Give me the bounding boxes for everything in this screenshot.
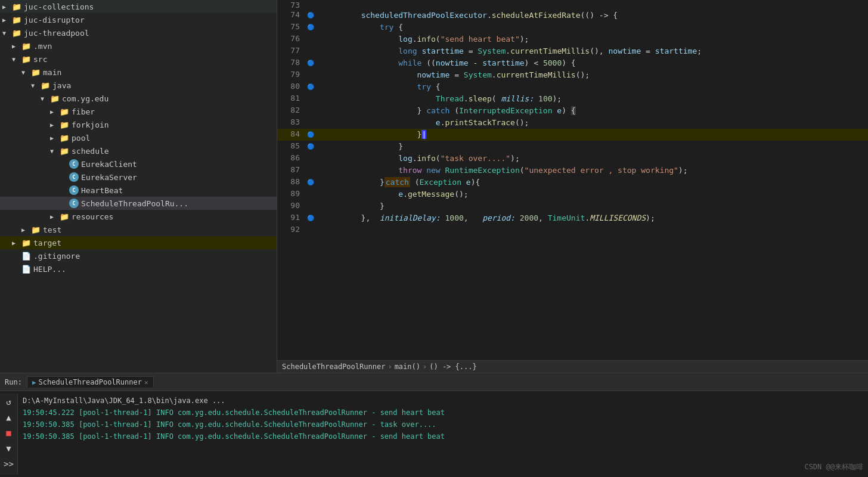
bottom-panel: Run: ▶ ScheduleThreadPoolRunner ✕ ↺ ▲ ■ … bbox=[0, 373, 868, 477]
more-button[interactable]: >> bbox=[3, 458, 15, 470]
gutter: 🔵 bbox=[307, 212, 319, 224]
code-line-78: 78 🔵 while ((nowtime - starttime) < 5000… bbox=[277, 57, 868, 69]
tree-item-test[interactable]: ▶ 📁 test bbox=[0, 223, 277, 236]
run-log-line-3: 19:50:50.385 [pool-1-thread-1] INFO com.… bbox=[23, 430, 863, 442]
gutter-icon: 🔵 bbox=[307, 215, 314, 221]
class-icon: C bbox=[69, 159, 79, 169]
tree-item-target[interactable]: ▶ 📁 target bbox=[0, 236, 277, 249]
tree-item-juc-collections[interactable]: ▶ 📁 juc-collections bbox=[0, 0, 277, 13]
line-number: 87 bbox=[277, 165, 307, 176]
arrow-icon: ▼ bbox=[12, 56, 21, 63]
tree-label: fiber bbox=[72, 107, 95, 116]
arrow-icon: ▼ bbox=[2, 30, 12, 36]
code-content: log.info("task over...."); bbox=[319, 153, 868, 165]
code-content: }, initialDelay: 1000, period: 2000, Tim… bbox=[319, 212, 868, 224]
scroll-up-button[interactable]: ▲ bbox=[3, 411, 15, 423]
code-line-82: 82 } catch (InterruptedException e) { bbox=[277, 105, 868, 117]
code-content: } catch (InterruptedException e) { bbox=[319, 105, 868, 117]
gutter: 🔵 bbox=[307, 81, 319, 93]
code-content: throw new RuntimeException("unexpected e… bbox=[319, 165, 868, 176]
run-label: Run: bbox=[5, 378, 22, 386]
tree-item-forkjoin[interactable]: ▶ 📁 forkjoin bbox=[0, 118, 277, 131]
line-number: 92 bbox=[277, 224, 307, 234]
gutter-icon: 🔵 bbox=[307, 83, 314, 90]
tree-item-pool[interactable]: ▶ 📁 pool bbox=[0, 131, 277, 144]
main-area: ▶ 📁 juc-collections ▶ 📁 juc-disruptor ▼ … bbox=[0, 0, 868, 373]
line-number: 90 bbox=[277, 200, 307, 212]
line-number: 80 bbox=[277, 81, 307, 93]
run-tab-item[interactable]: ▶ ScheduleThreadPoolRunner ✕ bbox=[27, 376, 154, 388]
tree-item-heartbeat[interactable]: C HeartBeat bbox=[0, 184, 277, 197]
code-line-85: 85 🔵 } bbox=[277, 141, 868, 153]
run-command-line: D:\A-MyInstall\Java\JDK_64_1.8\bin\java.… bbox=[23, 395, 863, 407]
breadcrumb-item-2[interactable]: main() bbox=[395, 363, 420, 371]
code-content: scheduledThreadPoolExecutor.scheduleAtFi… bbox=[319, 10, 868, 21]
tree-label: forkjoin bbox=[72, 120, 109, 129]
tree-item-eurekaserver[interactable]: C EurekaServer bbox=[0, 171, 277, 184]
tree-item-schedule[interactable]: ▼ 📁 schedule bbox=[0, 144, 277, 157]
tree-item-eurekaclient[interactable]: C EurekaClient bbox=[0, 157, 277, 171]
gutter bbox=[307, 165, 319, 176]
tree-label: .mvn bbox=[33, 42, 52, 51]
breadcrumb-item-1[interactable]: ScheduleThreadPoolRunner bbox=[282, 363, 385, 371]
tree-item-juc-disruptor[interactable]: ▶ 📁 juc-disruptor bbox=[0, 13, 277, 26]
code-line-80: 80 🔵 try { bbox=[277, 81, 868, 93]
arrow-icon: ▼ bbox=[41, 95, 50, 102]
line-number: 91 bbox=[277, 212, 307, 224]
gutter bbox=[307, 117, 319, 129]
arrow-icon: ▶ bbox=[12, 43, 21, 49]
code-line-88: 88 🔵 }catch (Exception e){ bbox=[277, 176, 868, 188]
breadcrumb-item-3[interactable]: () -> {...} bbox=[429, 363, 476, 371]
folder-icon: 📁 bbox=[12, 28, 21, 38]
stop-button[interactable]: ■ bbox=[3, 427, 15, 439]
tree-label: main bbox=[43, 68, 61, 77]
line-number: 74 bbox=[277, 10, 307, 21]
tree-item-fiber[interactable]: ▶ 📁 fiber bbox=[0, 105, 277, 118]
code-line-79: 79 nowtime = System.currentTimeMillis(); bbox=[277, 69, 868, 81]
arrow-icon: ▼ bbox=[21, 69, 31, 76]
tree-label: target bbox=[33, 238, 61, 247]
code-line-92: 92 bbox=[277, 224, 868, 234]
tree-label: juc-disruptor bbox=[24, 16, 85, 24]
code-content bbox=[319, 224, 868, 234]
folder-icon: 📁 bbox=[60, 133, 69, 143]
code-editor[interactable]: 73 74 🔵 scheduledThreadPoolExecutor.sche… bbox=[277, 0, 868, 360]
rerun-button[interactable]: ↺ bbox=[3, 396, 15, 408]
code-line-87: 87 throw new RuntimeException("unexpecte… bbox=[277, 165, 868, 176]
tree-item-com-yg-edu[interactable]: ▼ 📁 com.yg.edu bbox=[0, 92, 277, 105]
gutter bbox=[307, 188, 319, 200]
line-number: 76 bbox=[277, 33, 307, 45]
tree-item-main[interactable]: ▼ 📁 main bbox=[0, 66, 277, 79]
tree-item-src[interactable]: ▼ 📁 src bbox=[0, 52, 277, 66]
tree-label: HeartBeat bbox=[81, 186, 123, 195]
tree-item-help[interactable]: 📄 HELP... bbox=[0, 262, 277, 275]
close-tab-button[interactable]: ✕ bbox=[144, 379, 148, 386]
run-tab-bar: Run: ▶ ScheduleThreadPoolRunner ✕ bbox=[0, 373, 868, 391]
tree-item-mvn[interactable]: ▶ 📁 .mvn bbox=[0, 39, 277, 52]
folder-icon: 📁 bbox=[60, 212, 69, 221]
arrow-icon: ▶ bbox=[12, 240, 21, 246]
run-output: D:\A-MyInstall\Java\JDK_64_1.8\bin\java.… bbox=[18, 394, 868, 475]
tree-label: EurekaServer bbox=[81, 173, 137, 182]
tree-item-java[interactable]: ▼ 📁 java bbox=[0, 79, 277, 92]
folder-icon: 📁 bbox=[21, 238, 31, 247]
gutter: 🔵 bbox=[307, 10, 319, 21]
line-number: 84 bbox=[277, 129, 307, 141]
breadcrumb-bar: ScheduleThreadPoolRunner › main() › () -… bbox=[277, 360, 868, 373]
gutter bbox=[307, 200, 319, 212]
tree-item-resources[interactable]: ▶ 📁 resources bbox=[0, 210, 277, 223]
tree-item-schedule-runner[interactable]: C ScheduleThreadPoolRu... bbox=[0, 197, 277, 210]
arrow-icon: ▶ bbox=[50, 122, 60, 128]
class-icon: C bbox=[69, 199, 79, 208]
run-icon: ▶ bbox=[32, 379, 36, 386]
code-line-73: 73 bbox=[277, 0, 868, 10]
gutter bbox=[307, 224, 319, 234]
scroll-down-button[interactable]: ▼ bbox=[3, 442, 15, 454]
folder-icon: 📁 bbox=[12, 2, 21, 11]
tree-item-juc-threadpool[interactable]: ▼ 📁 juc-threadpool bbox=[0, 26, 277, 39]
tree-label: ScheduleThreadPoolRu... bbox=[81, 199, 188, 208]
line-number: 79 bbox=[277, 69, 307, 81]
tree-item-gitignore[interactable]: 📄 .gitignore bbox=[0, 249, 277, 262]
code-line-75: 75 🔵 try { bbox=[277, 21, 868, 33]
line-number: 82 bbox=[277, 105, 307, 117]
